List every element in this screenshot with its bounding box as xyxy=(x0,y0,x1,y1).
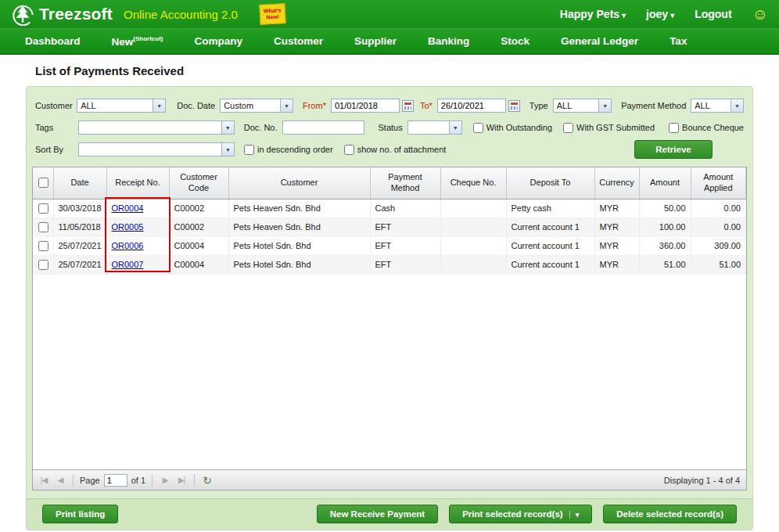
doc-no-filter-label: Doc. No. xyxy=(244,123,278,132)
doc-no-input[interactable] xyxy=(282,120,364,135)
receipt-link[interactable]: OR0004 xyxy=(112,203,144,213)
col-header-date[interactable]: Date xyxy=(53,167,106,199)
paging-toolbar: |◀ ◀ Page of 1 ▶ ▶| ↻ Displaying 1 - 4 o… xyxy=(32,470,747,491)
doc-date-filter-label: Doc. Date xyxy=(177,101,215,110)
with-outstanding-option[interactable]: With Outstanding xyxy=(473,123,552,133)
row-checkbox[interactable] xyxy=(38,203,48,214)
delete-selected-button[interactable]: Delete selected record(s) xyxy=(603,505,737,523)
calendar-icon[interactable] xyxy=(508,100,520,112)
logout-link[interactable]: Logout xyxy=(695,8,731,20)
nav-item[interactable]: General Ledger xyxy=(545,35,654,47)
company-menu[interactable]: Happy Pets▾ xyxy=(560,8,626,20)
nav-item[interactable]: Company xyxy=(179,35,259,47)
cell-date: 25/07/2021 xyxy=(53,255,106,274)
col-header-customer-code[interactable]: Customer Code xyxy=(169,167,228,199)
new-receive-payment-button[interactable]: New Receive Payment xyxy=(317,505,438,523)
toolbar-separator xyxy=(73,474,74,487)
cell-amount-applied: 0.00 xyxy=(691,199,746,217)
with-outstanding-checkbox[interactable] xyxy=(473,123,483,133)
cell-receipt-no: OR0004 xyxy=(106,199,169,217)
filter-row-2: Tags ▼ Doc. No. Status ▼ With Outstandin… xyxy=(35,117,744,138)
print-selected-button[interactable]: Print selected record(s)▾ xyxy=(449,505,592,523)
col-header-cheque-no[interactable]: Cheque No. xyxy=(440,167,506,199)
col-header-deposit-to[interactable]: Deposit To xyxy=(506,167,594,199)
show-attachment-option[interactable]: show no. of attachment xyxy=(344,145,447,155)
col-header-customer[interactable]: Customer xyxy=(228,167,370,199)
retrieve-button[interactable]: Retrieve xyxy=(634,140,713,159)
customer-filter-select[interactable]: ALL ▼ xyxy=(77,99,166,113)
table-row[interactable]: 30/03/2018 OR0004 C00002 Pets Heaven Sdn… xyxy=(33,199,746,217)
bottom-action-bar: Print listing New Receive Payment Print … xyxy=(27,498,752,530)
cell-payment-method: Cash xyxy=(370,199,440,217)
to-date-field xyxy=(437,99,520,113)
col-header-receipt-no[interactable]: Receipt No. xyxy=(106,167,169,199)
next-page-icon[interactable]: ▶ xyxy=(159,476,171,484)
descending-order-option[interactable]: in descending order xyxy=(244,145,333,155)
sort-by-filter-select[interactable]: ▼ xyxy=(78,142,235,156)
refresh-icon[interactable]: ↻ xyxy=(201,474,214,487)
payment-method-filter-select[interactable]: ALL ▼ xyxy=(691,99,744,113)
cell-amount-applied: 0.00 xyxy=(691,217,746,236)
cell-payment-method: EFT xyxy=(370,236,440,255)
nav-item[interactable]: Banking xyxy=(412,35,485,47)
treezsoft-logo-icon xyxy=(11,2,34,26)
nav-item[interactable]: Dashboard xyxy=(22,35,96,47)
calendar-icon[interactable] xyxy=(402,100,414,112)
col-header-payment-method[interactable]: Payment Method xyxy=(370,167,440,199)
cell-deposit-to: Current account 1 xyxy=(506,217,594,236)
cell-deposit-to: Petty cash xyxy=(506,199,594,217)
page-of-label: of 1 xyxy=(131,476,145,485)
col-header-currency[interactable]: Currency xyxy=(594,167,639,199)
nav-item[interactable]: Customer xyxy=(258,35,339,47)
nav-item[interactable]: Tax xyxy=(654,35,702,47)
table-row[interactable]: 25/07/2021 OR0006 C00004 Pets Hotel Sdn.… xyxy=(33,236,746,255)
type-filter-select[interactable]: ALL ▼ xyxy=(553,99,612,113)
row-checkbox[interactable] xyxy=(38,260,48,270)
nav-item[interactable]: Supplier xyxy=(339,35,412,47)
table-row[interactable]: 25/07/2021 OR0007 C00004 Pets Hotel Sdn.… xyxy=(33,255,746,274)
cell-currency: MYR xyxy=(594,255,639,274)
nav-item[interactable]: Stock xyxy=(485,35,545,47)
doc-date-filter-select[interactable]: Custom ▼ xyxy=(220,99,293,113)
row-checkbox[interactable] xyxy=(38,222,48,232)
print-listing-button[interactable]: Print listing xyxy=(42,505,118,523)
whats-new-badge[interactable]: What's New! xyxy=(259,3,285,25)
receipt-link[interactable]: OR0006 xyxy=(112,241,144,250)
select-all-checkbox[interactable] xyxy=(38,178,48,188)
payments-panel: Customer ALL ▼ Doc. Date Custom ▼ From* … xyxy=(26,86,753,530)
descending-order-checkbox[interactable] xyxy=(244,145,254,155)
receipt-link[interactable]: OR0007 xyxy=(112,260,144,269)
cell-receipt-no: OR0007 xyxy=(106,255,169,274)
bounce-cheque-option[interactable]: Bounce Cheque xyxy=(669,123,744,133)
prev-page-icon[interactable]: ◀ xyxy=(54,476,66,484)
page-number-input[interactable] xyxy=(104,474,127,487)
row-checkbox[interactable] xyxy=(38,241,48,251)
dropdown-arrow-icon: ▼ xyxy=(449,121,461,134)
first-page-icon[interactable]: |◀ xyxy=(38,476,50,484)
user-menu[interactable]: joey▾ xyxy=(646,8,674,20)
col-header-amount-applied[interactable]: Amount Applied xyxy=(691,167,746,199)
top-right-menu: Happy Pets▾ joey▾ Logout ☺ xyxy=(560,6,768,22)
bounce-cheque-checkbox[interactable] xyxy=(669,123,679,133)
filter-row-1: Customer ALL ▼ Doc. Date Custom ▼ From* … xyxy=(35,95,744,117)
cell-customer: Pets Heaven Sdn. Bhd xyxy=(228,217,370,236)
cell-deposit-to: Current account 1 xyxy=(506,255,594,274)
col-header-amount[interactable]: Amount xyxy=(639,167,691,199)
with-gst-submitted-checkbox[interactable] xyxy=(563,123,573,133)
from-date-input[interactable] xyxy=(331,99,400,113)
grid-header-row: Date Receipt No. Customer Code Customer … xyxy=(33,167,746,199)
last-page-icon[interactable]: ▶| xyxy=(175,476,188,484)
show-attachment-checkbox[interactable] xyxy=(344,145,354,155)
dropdown-arrow-icon: ▼ xyxy=(221,143,234,156)
product-name: Online Accounting 2.0 xyxy=(124,8,238,21)
table-row[interactable]: 11/05/2018 OR0005 C00002 Pets Heaven Sdn… xyxy=(33,217,746,236)
status-filter-select[interactable]: ▼ xyxy=(407,120,462,135)
tags-filter-select[interactable]: ▼ xyxy=(78,120,235,135)
nav-item[interactable]: New(Shortcut) xyxy=(96,35,179,48)
smiley-icon[interactable]: ☺ xyxy=(752,6,768,22)
cell-date: 30/03/2018 xyxy=(53,199,106,217)
dropdown-arrow-icon: ▼ xyxy=(153,99,165,112)
with-gst-submitted-option[interactable]: With GST Submitted xyxy=(563,123,655,133)
receipt-link[interactable]: OR0005 xyxy=(112,222,144,232)
to-date-input[interactable] xyxy=(437,99,506,113)
